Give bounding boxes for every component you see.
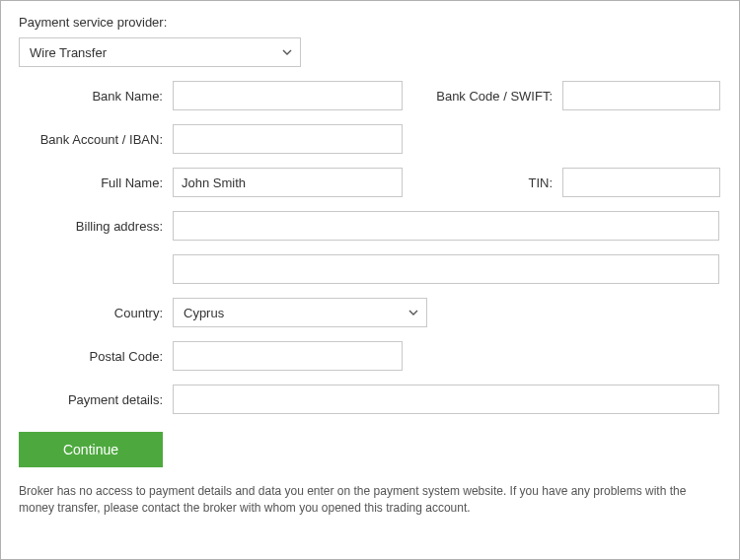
postal-code-input[interactable] <box>173 341 403 371</box>
payment-provider-select[interactable]: Wire Transfer <box>19 37 301 67</box>
tin-input[interactable] <box>562 168 720 197</box>
full-name-label: Full Name: <box>19 175 173 190</box>
country-label: Country: <box>19 306 173 320</box>
payment-details-label: Payment details: <box>19 392 173 407</box>
payment-provider-label: Payment service provider: <box>19 15 721 30</box>
bank-name-label: Bank Name: <box>19 89 173 104</box>
bank-code-label: Bank Code / SWIFT: <box>434 89 562 104</box>
disclaimer-text: Broker has no access to payment details … <box>19 483 721 517</box>
payment-details-input[interactable] <box>173 385 719 414</box>
bank-account-input[interactable] <box>173 124 403 154</box>
payment-provider-selected: Wire Transfer <box>30 45 107 60</box>
tin-label: TIN: <box>434 175 562 190</box>
bank-account-label: Bank Account / IBAN: <box>19 132 173 147</box>
billing-address-label: Billing address: <box>19 219 173 234</box>
bank-name-input[interactable] <box>173 81 403 110</box>
full-name-input[interactable] <box>173 168 403 197</box>
billing-address-input-2[interactable] <box>173 254 719 284</box>
billing-address-input-1[interactable] <box>173 211 719 241</box>
bank-code-input[interactable] <box>562 81 720 110</box>
country-selected: Cyprus <box>184 306 224 320</box>
postal-code-label: Postal Code: <box>19 349 173 364</box>
payment-form-panel: Payment service provider: Wire Transfer … <box>0 0 740 560</box>
continue-button[interactable]: Continue <box>19 432 163 467</box>
country-select[interactable]: Cyprus <box>173 298 427 327</box>
